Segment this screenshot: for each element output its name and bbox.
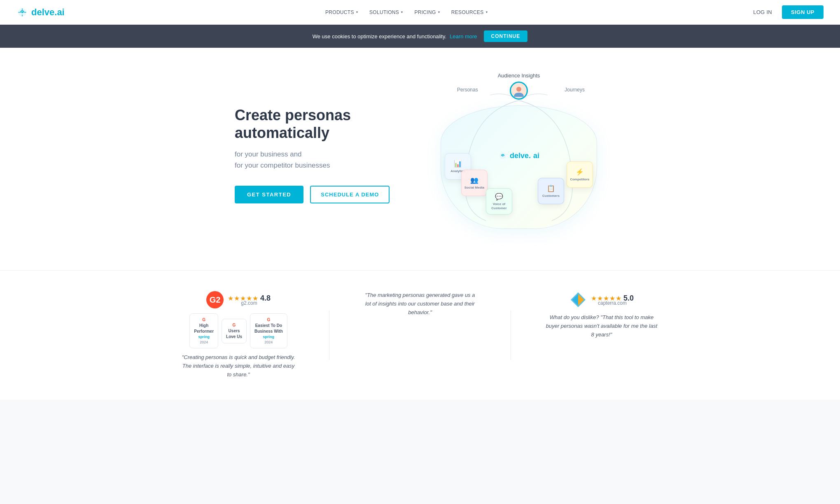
card-social-media: 👥 Social Media (461, 170, 488, 196)
capterra-main: ★★★★★ 5.0 capterra.com (569, 291, 634, 308)
card-voc: 💬 Voice of Customer (486, 188, 512, 215)
cookie-message: We use cookies to optimize experience an… (313, 33, 446, 40)
social-proof-section: G2 ★★★★★ 4.8 g2.com G HighPerformer spri… (0, 270, 840, 400)
g2-score-block: ★★★★★ 4.8 g2.com (228, 294, 271, 306)
nav-solutions[interactable]: SOLUTIONS ▾ (364, 6, 408, 19)
nav-actions: LOG IN SIGN UP (748, 5, 824, 19)
quote-3: What do you dislike? "That this tool to … (544, 313, 659, 339)
card-customers: 📋 Customers (538, 178, 564, 204)
nav-links: PRODUCTS ▾ SOLUTIONS ▾ PRICING ▾ RESOURC… (320, 6, 492, 19)
diagram-avatar (510, 82, 528, 100)
nav-resources[interactable]: RESOURCES ▾ (446, 6, 492, 19)
cookie-banner: We use cookies to optimize experience an… (0, 25, 840, 48)
svg-point-2 (502, 155, 503, 156)
g2-badge-easiest: G Easiest To DoBusiness With spring 2024 (250, 313, 287, 348)
hero-title: Create personas automatically (235, 106, 408, 142)
capterra-score-block: ★★★★★ 5.0 capterra.com (591, 294, 634, 306)
g2-rating-item: G2 ★★★★★ 4.8 g2.com G HighPerformer spri… (181, 291, 296, 379)
quote-1: "Creating personas is quick and budget f… (181, 353, 296, 379)
hero-section: Create personas automatically for your b… (0, 48, 840, 270)
voc-icon: 💬 (495, 193, 503, 201)
hero-buttons: GET STARTED SCHEDULE A DEMO (235, 186, 408, 203)
continue-button[interactable]: CONTINUE (484, 30, 528, 42)
card-competitors: ⚡ Competitors (567, 161, 593, 188)
chevron-down-icon: ▾ (356, 10, 358, 14)
diagram-journeys-label: Journeys (565, 87, 585, 93)
diagram-center-logo: delve.ai (498, 151, 539, 160)
middle-quote-item: "The marketing personas generated gave u… (362, 291, 478, 317)
quote-2: "The marketing personas generated gave u… (362, 291, 478, 317)
chevron-down-icon: ▾ (401, 10, 403, 14)
hero-content: Create personas automatically for your b… (235, 106, 408, 203)
hero-diagram: Audience Insights Personas Journeys d (432, 72, 605, 237)
diagram-container: Audience Insights Personas Journeys d (432, 72, 605, 237)
logo-icon (16, 7, 28, 18)
svg-point-1 (516, 87, 521, 92)
navbar: delve.ai PRODUCTS ▾ SOLUTIONS ▾ PRICING … (0, 0, 840, 25)
diagram-personas-label: Personas (457, 87, 478, 93)
capterra-logo (569, 291, 587, 308)
get-started-button[interactable]: GET STARTED (235, 186, 303, 203)
logo-wordmark: delve.ai (31, 7, 65, 18)
g2-main: G2 ★★★★★ 4.8 g2.com (206, 291, 271, 308)
g2-badges: G HighPerformer spring 2024 G UsersLove … (189, 313, 287, 348)
logo[interactable]: delve.ai (16, 7, 65, 18)
nav-products[interactable]: PRODUCTS ▾ (320, 6, 363, 19)
schedule-demo-button[interactable]: SCHEDULE A DEMO (310, 186, 390, 203)
g2-logo: G2 (206, 291, 224, 308)
learn-more-link[interactable]: Learn more (450, 33, 477, 40)
social-media-icon: 👥 (470, 176, 478, 184)
competitors-icon: ⚡ (576, 168, 584, 176)
capterra-rating-item: ★★★★★ 5.0 capterra.com What do you disli… (544, 291, 659, 339)
proof-divider-2 (511, 310, 511, 360)
chevron-down-icon: ▾ (438, 10, 440, 14)
g2-badge-users-love: G UsersLove Us (222, 319, 247, 343)
nav-pricing[interactable]: PRICING ▾ (409, 6, 444, 19)
hero-subtitle: for your business and for your competito… (235, 149, 408, 171)
login-button[interactable]: LOG IN (748, 6, 777, 19)
g2-badge-high-performer: G HighPerformer spring 2024 (189, 313, 218, 348)
analytics-icon: 📊 (454, 160, 462, 168)
svg-point-0 (21, 12, 23, 13)
diagram-audience-insights-label: Audience Insights (498, 72, 540, 79)
signup-button[interactable]: SIGN UP (782, 5, 824, 19)
chevron-down-icon: ▾ (486, 10, 488, 14)
customers-icon: 📋 (547, 184, 555, 192)
g2-score: 4.8 (260, 294, 271, 303)
proof-divider-1 (329, 310, 329, 360)
